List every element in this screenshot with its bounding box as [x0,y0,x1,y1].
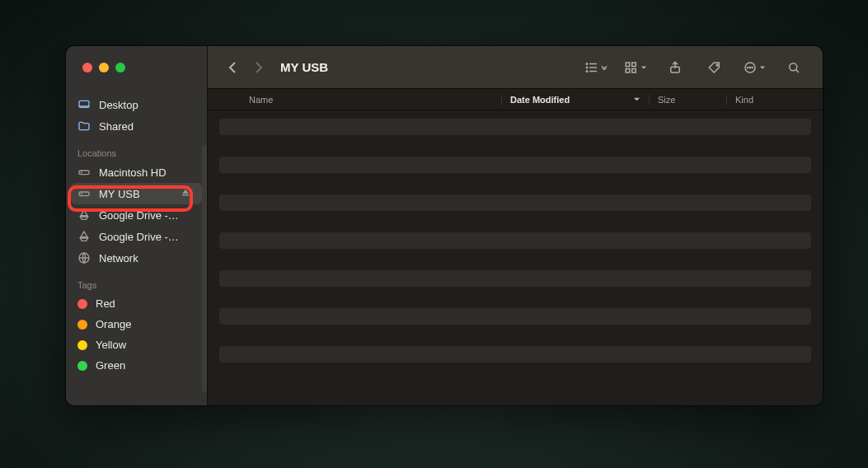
svg-point-4 [81,194,82,194]
forward-button[interactable] [249,58,269,77]
tag-dot-icon [77,361,87,371]
toolbar: MY USB [208,46,823,89]
list-row-placeholder [219,232,811,249]
sidebar-item-my-usb[interactable]: MY USB [71,183,202,204]
svg-point-17 [749,67,750,68]
zoom-window-button[interactable] [115,63,125,73]
svg-point-6 [586,63,588,64]
list-row-placeholder [219,157,811,173]
sidebar-tag-red[interactable]: Red [66,293,207,314]
sidebar-item-label: Network [99,252,138,264]
toolbar-right-group [582,57,808,78]
svg-point-8 [586,70,588,72]
svg-point-2 [81,172,82,173]
list-row-placeholder [219,308,811,325]
sort-indicator-icon [633,95,640,105]
sidebar-item-network[interactable]: Network [66,247,207,269]
globe-icon [77,251,91,264]
hdd-icon [77,166,91,179]
svg-rect-10 [632,63,636,67]
column-label: Size [658,95,675,105]
sidebar-item-google-drive-1[interactable]: Google Drive -… [66,204,207,226]
sidebar-item-label: Google Drive -… [99,209,179,222]
sidebar-list: Desktop Shared Locations Macintosh HD [66,89,207,384]
column-label: Name [249,95,273,105]
close-window-button[interactable] [82,63,92,73]
sidebar-section-tags: Tags [66,269,207,293]
sidebar-tag-yellow[interactable]: Yellow [66,335,207,355]
ext-disk-icon [77,187,91,200]
sidebar: Desktop Shared Locations Macintosh HD [66,46,208,405]
tag-dot-icon [77,320,87,330]
folder-shared-icon [77,119,91,133]
svg-rect-9 [626,63,630,67]
minimize-window-button[interactable] [99,63,109,73]
finder-window: Desktop Shared Locations Macintosh HD [66,46,823,405]
view-mode-button[interactable] [582,57,610,78]
svg-point-7 [586,67,588,68]
share-button[interactable] [661,57,689,78]
column-label: Kind [735,95,753,105]
desktop-icon [77,98,91,111]
list-row-placeholder [219,119,811,135]
tag-button[interactable] [701,57,729,78]
sidebar-item-label: Desktop [99,99,138,111]
cloud-icon [77,208,91,222]
svg-point-16 [748,67,748,68]
sidebar-tag-green[interactable]: Green [66,355,207,376]
tag-dot-icon [77,299,87,309]
file-list-empty [208,110,823,405]
column-header-kind[interactable]: Kind [727,95,814,105]
sidebar-item-label: Yellow [96,339,126,351]
sidebar-item-macintosh-hd[interactable]: Macintosh HD [66,161,207,183]
sidebar-item-label: Shared [99,120,134,133]
sidebar-scrollbar[interactable] [202,145,207,392]
sidebar-item-shared[interactable]: Shared [66,115,207,137]
list-row-placeholder [219,270,811,287]
sidebar-item-label: Green [96,359,125,372]
sidebar-section-locations: Locations [66,137,207,161]
sidebar-item-desktop[interactable]: Desktop [66,94,207,115]
column-header-date-modified[interactable]: Date Modified [501,95,650,105]
group-by-button[interactable] [622,57,650,78]
column-headers: Name Date Modified Size Kind [208,89,823,110]
window-title: MY USB [280,60,328,74]
column-header-size[interactable]: Size [650,95,727,105]
svg-point-14 [716,64,718,66]
sidebar-item-label: Macintosh HD [99,166,167,179]
search-button[interactable] [780,57,808,78]
sidebar-item-label: Orange [96,318,131,330]
list-row-placeholder [219,346,811,363]
main-pane: MY USB [208,46,823,405]
cloud-icon [77,230,91,243]
back-button[interactable] [223,58,242,77]
sidebar-tag-orange[interactable]: Orange [66,314,207,335]
action-menu-button[interactable] [740,57,768,78]
sidebar-item-label: MY USB [99,188,140,200]
sidebar-item-label: Red [96,297,115,310]
svg-point-18 [752,67,753,68]
sidebar-item-label: Google Drive -… [99,231,179,243]
tag-dot-icon [77,340,87,350]
column-label: Date Modified [510,95,570,105]
eject-icon[interactable] [181,188,190,200]
sidebar-item-google-drive-2[interactable]: Google Drive -… [66,226,207,247]
column-header-name[interactable]: Name [208,95,501,105]
window-controls [66,46,207,89]
list-row-placeholder [219,194,811,211]
svg-rect-12 [632,68,636,73]
svg-rect-11 [626,68,630,73]
svg-point-19 [790,63,797,70]
